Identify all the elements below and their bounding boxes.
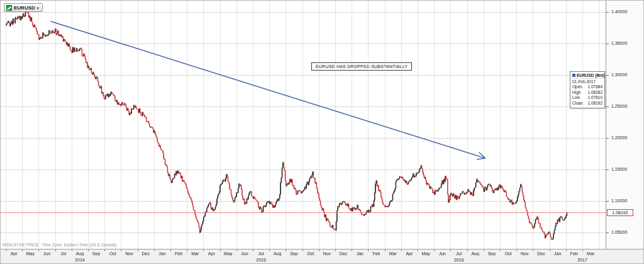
- month-tick-mark: [352, 250, 352, 251]
- open-label: Open: [572, 84, 582, 90]
- price-tick-label: 1.40000: [611, 9, 627, 14]
- price-chart-canvas[interactable]: [1, 1, 606, 249]
- price-tick-mark: [606, 232, 609, 233]
- month-tick-mark: [269, 250, 270, 251]
- x-tick-label-month: Feb: [566, 251, 582, 256]
- x-tick-label-month: Jul: [253, 251, 269, 256]
- x-tick-label-month: Jun: [38, 251, 55, 256]
- x-tick-label-month: Feb: [170, 251, 187, 256]
- x-tick-label-year: 2017: [575, 258, 590, 262]
- month-tick-mark: [335, 250, 336, 251]
- open-value: 1.07684: [588, 84, 603, 90]
- high-row: High 1.08282: [572, 90, 602, 96]
- x-tick-label-month: Dec: [533, 251, 549, 256]
- x-tick-label-month: May: [220, 251, 236, 256]
- x-tick-label-month: Apr: [6, 251, 22, 256]
- x-tick-label-month: Sep: [484, 251, 500, 256]
- month-tick-mark: [236, 250, 237, 251]
- callout-annotation[interactable]: EURUSD HAS DROPPED SUBSTANTIALLY: [311, 62, 412, 71]
- x-tick-label-month: Dec: [138, 251, 154, 256]
- price-tick-mark: [606, 138, 609, 139]
- month-tick-mark: [138, 250, 138, 251]
- month-tick-mark: [121, 250, 121, 251]
- month-tick-mark: [368, 250, 369, 251]
- price-tick-label: 1.15000: [611, 167, 627, 171]
- price-axis[interactable]: 1.08192 1.400001.350001.300001.250001.20…: [606, 1, 644, 249]
- month-tick-mark: [550, 250, 550, 251]
- month-tick-mark: [533, 250, 533, 251]
- month-tick-mark: [467, 250, 468, 251]
- indicative-price-note: INDICATIVE PRICE : Time Zone: Eastern Ti…: [3, 243, 117, 247]
- x-tick-label-month: Dec: [335, 251, 352, 256]
- month-tick-mark: [203, 250, 204, 251]
- month-tick-mark: [6, 250, 6, 251]
- close-value: 1.08192: [588, 101, 603, 106]
- symbol-label: EURUSD: [14, 5, 35, 11]
- month-tick-mark: [484, 250, 484, 251]
- low-row: Low 1.07610: [572, 95, 602, 101]
- month-tick-mark: [253, 250, 253, 251]
- x-tick-label-month: Aug: [269, 251, 286, 256]
- x-tick-label-month: Sep: [286, 251, 302, 256]
- x-tick-label-month: Mar: [582, 251, 599, 256]
- price-tick-label: 1.20000: [611, 135, 627, 140]
- month-tick-mark: [319, 250, 319, 251]
- x-tick-label-month: Nov: [319, 251, 335, 256]
- month-tick-mark: [450, 250, 451, 251]
- month-tick-mark: [286, 250, 286, 251]
- x-tick-label-month: Nov: [516, 251, 533, 256]
- month-tick-mark: [55, 250, 56, 251]
- month-tick-mark: [154, 250, 155, 251]
- x-tick-label-month: Apr: [401, 251, 418, 256]
- price-tick-mark: [606, 75, 609, 76]
- instrument-icon: [6, 5, 12, 11]
- x-tick-label-year: 2016: [452, 258, 467, 262]
- symbol-selector[interactable]: EURUSD ▾: [4, 3, 43, 12]
- month-tick-mark: [88, 250, 89, 251]
- x-tick-label-month: Jul: [450, 251, 467, 256]
- month-tick-mark: [500, 250, 501, 251]
- time-axis[interactable]: AprMayJunJulAugSepOctNovDecJanFebMarAprM…: [1, 249, 644, 264]
- data-box-date: 01-Feb-2017: [572, 79, 602, 84]
- month-tick-mark: [22, 250, 23, 251]
- price-tick-label: 1.05000: [611, 230, 627, 234]
- x-tick-label-month: Sep: [88, 251, 104, 256]
- x-tick-label-month: Jan: [550, 251, 566, 256]
- month-tick-mark: [434, 250, 435, 251]
- month-tick-mark: [72, 250, 72, 251]
- chevron-down-icon: ▾: [37, 6, 39, 10]
- chart-window: EURUSD ▾ EURUSD HAS DROPPED SUBSTANTIALL…: [0, 0, 644, 264]
- x-tick-label-month: May: [22, 251, 38, 256]
- price-tick-mark: [606, 12, 609, 13]
- month-tick-mark: [566, 250, 567, 251]
- month-tick-mark: [303, 250, 303, 251]
- x-tick-label-month: Mar: [187, 251, 203, 256]
- month-tick-mark: [187, 250, 187, 251]
- x-tick-label-month: Oct: [303, 251, 319, 256]
- last-price-tag: 1.08192: [607, 209, 633, 216]
- ohlc-data-box: EURUSD (Bid) 01-Feb-2017 Open 1.07684 Hi…: [570, 71, 605, 108]
- x-tick-label-month: Feb: [368, 251, 384, 256]
- month-tick-mark: [170, 250, 171, 251]
- month-tick-mark: [220, 250, 221, 251]
- x-tick-label-month: Apr: [203, 251, 219, 256]
- x-tick-label-month: Mar: [385, 251, 401, 256]
- low-label: Low: [572, 95, 580, 101]
- price-tick-mark: [606, 201, 609, 202]
- close-label: Close: [572, 101, 583, 106]
- high-label: High: [572, 90, 580, 96]
- x-tick-label-month: Jan: [352, 251, 368, 256]
- x-tick-label-month: Oct: [104, 251, 121, 256]
- x-tick-label-month: Jun: [236, 251, 253, 256]
- price-tick-label: 1.35000: [611, 41, 627, 45]
- x-tick-label-month: Nov: [121, 251, 137, 256]
- month-tick-mark: [38, 250, 39, 251]
- x-tick-label-month: Aug: [467, 251, 484, 256]
- month-tick-mark: [418, 250, 418, 251]
- price-tick-label: 1.10000: [611, 198, 627, 203]
- x-tick-label-month: May: [418, 251, 434, 256]
- close-row: Close 1.08192: [572, 101, 602, 106]
- chart-plot-area: EURUSD ▾ EURUSD HAS DROPPED SUBSTANTIALL…: [1, 1, 606, 249]
- series-marker-icon: [572, 74, 575, 77]
- month-tick-mark: [516, 250, 517, 251]
